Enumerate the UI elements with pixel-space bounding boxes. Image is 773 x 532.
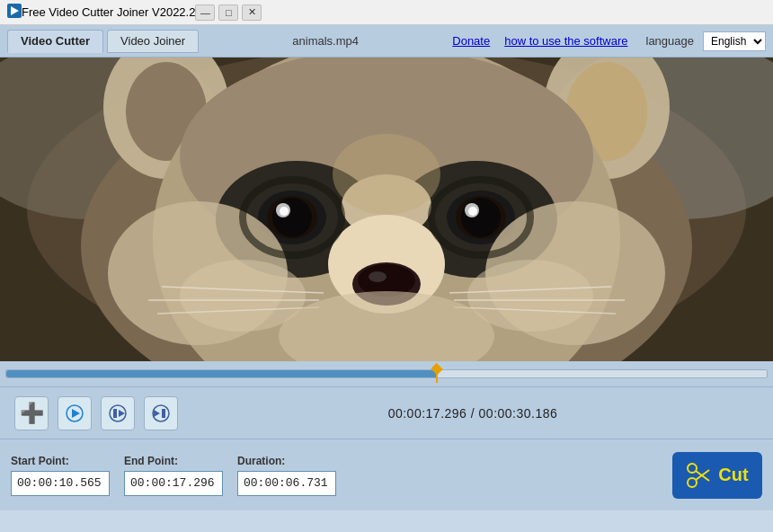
- time-display: 00:00:17.296 / 00:00:30.186: [187, 406, 759, 421]
- svg-point-53: [688, 464, 697, 473]
- maximize-button[interactable]: □: [218, 4, 238, 21]
- svg-point-20: [280, 207, 289, 216]
- tab-video-joiner[interactable]: Video Joiner: [107, 30, 199, 53]
- svg-marker-48: [119, 410, 125, 417]
- cut-label: Cut: [718, 465, 748, 485]
- svg-point-41: [333, 134, 440, 215]
- svg-marker-45: [72, 409, 80, 418]
- start-point-group: Start Point:: [11, 455, 110, 496]
- svg-marker-50: [154, 410, 160, 417]
- end-mark-button[interactable]: [144, 396, 178, 430]
- title-bar: Free Video Cutter Joiner V2022.2 — □ ✕: [0, 0, 773, 25]
- svg-rect-51: [162, 409, 165, 418]
- total-time: 00:00:30.186: [479, 406, 558, 421]
- scrubber-filled: [6, 370, 437, 377]
- start-point-input[interactable]: [11, 471, 110, 496]
- scrubber-track[interactable]: [5, 369, 768, 378]
- svg-point-23: [461, 198, 501, 237]
- language-select[interactable]: English: [703, 31, 766, 51]
- filename-display: animals.mp4: [202, 34, 449, 48]
- svg-point-52: [688, 478, 697, 487]
- duration-group: Duration:: [237, 455, 336, 496]
- end-point-input[interactable]: [124, 471, 223, 496]
- end-point-group: End Point:: [124, 455, 223, 496]
- close-button[interactable]: ✕: [242, 4, 262, 21]
- start-mark-button[interactable]: [101, 396, 135, 430]
- scissors-icon: [686, 463, 711, 488]
- start-point-label: Start Point:: [11, 455, 110, 467]
- duration-label: Duration:: [237, 455, 336, 467]
- svg-point-29: [369, 271, 386, 282]
- donate-link[interactable]: Donate: [452, 34, 490, 48]
- title-text: Free Video Cutter Joiner V2022.2: [22, 5, 195, 19]
- video-area: [0, 58, 773, 361]
- controls-bar: ➕ 00:00:17.296 / 00:00:30.186: [0, 386, 773, 439]
- svg-point-18: [272, 198, 312, 237]
- minimize-button[interactable]: —: [195, 4, 215, 21]
- end-point-label: End Point:: [124, 455, 223, 467]
- bottom-bar: Start Point: End Point: Duration: Cut: [0, 439, 773, 510]
- timeline-bar[interactable]: [0, 361, 773, 386]
- title-bar-controls: — □ ✕: [195, 4, 262, 21]
- scrubber-diamond: [431, 363, 443, 376]
- duration-input[interactable]: [237, 471, 336, 496]
- how-to-link[interactable]: how to use the software: [504, 34, 627, 48]
- scrubber-handle[interactable]: [431, 365, 442, 383]
- play-button[interactable]: [58, 396, 92, 430]
- menu-bar: Video Cutter Video Joiner animals.mp4 Do…: [0, 25, 773, 58]
- current-time: 00:00:17.296: [388, 406, 467, 421]
- cut-button[interactable]: Cut: [672, 452, 762, 499]
- app-icon: [7, 4, 22, 21]
- tab-video-cutter[interactable]: Video Cutter: [7, 30, 103, 53]
- add-segment-button[interactable]: ➕: [14, 396, 49, 430]
- time-separator: /: [466, 406, 478, 421]
- svg-rect-47: [113, 409, 117, 418]
- video-frame: [0, 58, 773, 361]
- svg-point-25: [468, 207, 477, 216]
- language-label: language: [646, 34, 695, 48]
